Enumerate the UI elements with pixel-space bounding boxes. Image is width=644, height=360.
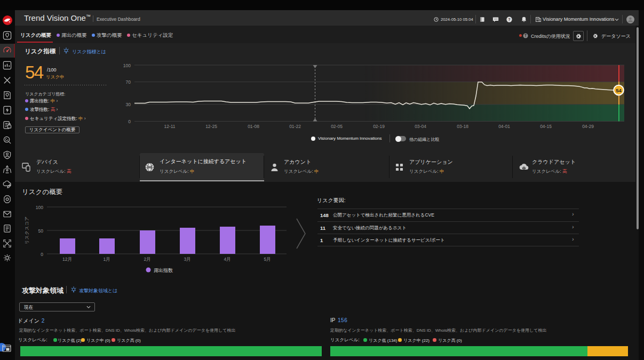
svg-text:54: 54 bbox=[616, 87, 622, 93]
svg-text:12-11: 12-11 bbox=[164, 124, 175, 129]
svg-text:03-18: 03-18 bbox=[457, 124, 468, 129]
svg-text:02-05: 02-05 bbox=[331, 124, 343, 129]
svg-text:4月: 4月 bbox=[224, 257, 230, 262]
svg-text:0: 0 bbox=[128, 119, 131, 124]
svg-text:03-04: 03-04 bbox=[415, 124, 426, 129]
svg-text:04-29: 04-29 bbox=[582, 124, 594, 129]
svg-text:3月: 3月 bbox=[184, 257, 190, 262]
svg-text:01-22: 01-22 bbox=[289, 124, 301, 129]
svg-text:02-19: 02-19 bbox=[373, 124, 385, 129]
svg-text:30: 30 bbox=[126, 102, 131, 107]
svg-text:リスクスコア: リスクスコア bbox=[24, 217, 29, 244]
svg-text:100: 100 bbox=[123, 63, 131, 68]
svg-text:12-25: 12-25 bbox=[205, 124, 217, 129]
svg-text:70: 70 bbox=[126, 79, 131, 85]
svg-text:50: 50 bbox=[38, 228, 44, 234]
svg-text:100: 100 bbox=[36, 205, 43, 210]
svg-text:?: ? bbox=[508, 17, 511, 22]
svg-text:04-15: 04-15 bbox=[540, 124, 552, 129]
svg-text:2月: 2月 bbox=[144, 257, 150, 262]
svg-text:04-01: 04-01 bbox=[498, 124, 510, 129]
svg-text:0: 0 bbox=[41, 252, 43, 257]
svg-text:1月: 1月 bbox=[103, 257, 110, 262]
svg-text:5月: 5月 bbox=[264, 257, 271, 262]
svg-text:01-08: 01-08 bbox=[248, 124, 259, 129]
svg-text:12月: 12月 bbox=[62, 257, 72, 262]
svg-text:露出指数: 露出指数 bbox=[154, 268, 173, 273]
